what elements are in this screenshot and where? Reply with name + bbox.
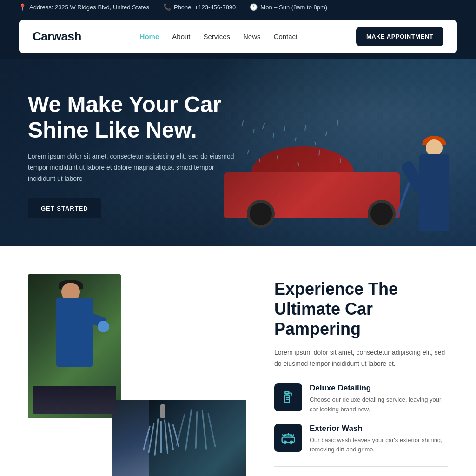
clock-icon: 🕐 <box>250 3 258 11</box>
collage <box>28 274 251 476</box>
exterior-text: Exterior Wash Our basic wash leaves your… <box>310 424 448 455</box>
make-appointment-button[interactable]: MAKE APPOINTMENT <box>356 27 443 46</box>
nav-contact[interactable]: Contact <box>274 33 298 40</box>
nav-about[interactable]: About <box>172 33 190 40</box>
pampering-title: Experience The Ultimate Car Pampering <box>274 279 448 339</box>
exterior-title: Exterior Wash <box>310 424 448 433</box>
hero-section: We Make Your Car Shine Like New. Lorem i… <box>0 59 476 246</box>
pampering-description: Lorem ipsum dolor sit amet, consectetur … <box>274 347 448 370</box>
topbar-address-text: Address: 2325 W Ridges Blvd, United Stat… <box>29 4 149 11</box>
collage3-spray <box>149 400 246 476</box>
hero-content: We Make Your Car Shine Like New. Lorem i… <box>28 92 288 218</box>
logo: Carwash <box>33 29 81 44</box>
worker-body <box>419 154 449 196</box>
worker-legs <box>419 194 449 231</box>
car-wash-icon <box>281 430 296 445</box>
phone-icon: 📞 <box>163 3 171 11</box>
topbar-phone-text: Phone: +123-456-7890 <box>174 4 236 11</box>
topbar-hours-text: Mon – Sun (8am to 8pm) <box>260 4 327 11</box>
header-wrapper: Carwash Home About Services News Contact… <box>0 14 476 59</box>
hero-title: We Make Your Car Shine Like New. <box>28 92 288 143</box>
location-icon: 📍 <box>19 3 26 11</box>
hero-description: Lorem ipsum dolor sit amet, consectetur … <box>28 151 242 184</box>
collage-image-3 <box>149 400 246 476</box>
deluxe-title: Deluxe Detailing <box>310 383 448 393</box>
collage-worker-art <box>33 279 116 414</box>
hero-worker <box>416 139 453 232</box>
deluxe-icon-box <box>274 383 302 411</box>
section-divider <box>274 466 448 467</box>
get-started-button[interactable]: GET STARTED <box>28 198 101 218</box>
service-deluxe: Deluxe Detailing Choose our deluxe detai… <box>274 383 448 415</box>
car-wheel-right <box>368 200 396 228</box>
collage-image-1 <box>28 274 121 418</box>
nav-news[interactable]: News <box>243 33 261 40</box>
topbar-address: 📍 Address: 2325 W Ridges Blvd, United St… <box>19 3 149 11</box>
svg-point-0 <box>291 394 292 396</box>
exterior-description: Our basic wash leaves your car's exterio… <box>310 436 448 455</box>
nav-services[interactable]: Services <box>204 33 231 40</box>
cw-body <box>56 298 93 367</box>
topbar-hours: 🕐 Mon – Sun (8am to 8pm) <box>250 3 327 11</box>
pampering-section: Experience The Ultimate Car Pampering Lo… <box>0 246 476 476</box>
worker-head <box>426 139 443 156</box>
exterior-icon-box <box>274 424 302 452</box>
cw-car-part <box>33 386 116 414</box>
deluxe-text: Deluxe Detailing Choose our deluxe detai… <box>310 383 448 415</box>
topbar: 📍 Address: 2325 W Ridges Blvd, United St… <box>0 0 476 14</box>
cw-hand <box>98 321 109 332</box>
header: Carwash Home About Services News Contact… <box>19 20 457 53</box>
deluxe-description: Choose our deluxe detailing service, lea… <box>310 395 448 415</box>
service-exterior: Exterior Wash Our basic wash leaves your… <box>274 424 448 455</box>
topbar-phone: 📞 Phone: +123-456-7890 <box>163 3 236 11</box>
pampering-content: Experience The Ultimate Car Pampering Lo… <box>251 274 448 476</box>
main-nav: Home About Services News Contact <box>140 33 298 40</box>
nav-home[interactable]: Home <box>140 33 159 40</box>
spray-bottle-icon <box>281 390 296 405</box>
